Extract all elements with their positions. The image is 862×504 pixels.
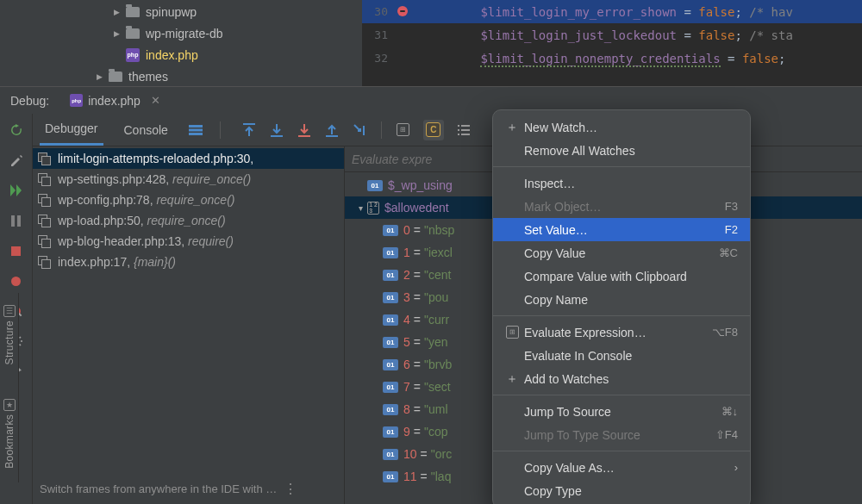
project-tree[interactable]: ▶ spinupwp ▶ wp-migrate-db php index.php…	[0, 0, 362, 86]
svg-rect-1	[17, 215, 21, 227]
type-chip-icon: 01	[383, 404, 398, 415]
variable-value: "orc	[431, 447, 452, 461]
variable-value: "curr	[424, 313, 449, 327]
rerun-button[interactable]	[5, 119, 28, 141]
variable-index: 2	[403, 268, 410, 282]
left-stripe-tabs: ☰ Structure ★ Bookmarks	[0, 293, 19, 482]
type-chip-icon: 01	[383, 314, 398, 326]
ctx-remove-all-watches[interactable]: Remove All Watches	[493, 139, 750, 162]
threads-icon[interactable]	[189, 125, 203, 135]
variable-index: 8	[403, 402, 410, 416]
show-execution-point-button[interactable]	[241, 122, 257, 138]
svg-rect-23	[461, 129, 470, 131]
code-editor[interactable]: 30 $limit_login_my_error_shown = false; …	[362, 0, 862, 86]
svg-rect-0	[11, 215, 15, 227]
svg-rect-20	[458, 129, 459, 131]
variable-index: 7	[403, 380, 410, 394]
ctx-new-watch[interactable]: ＋ New Watch…	[493, 115, 750, 139]
type-chip-icon: 01	[383, 426, 398, 438]
ctx-add-to-watches[interactable]: ＋ Add to Watches	[493, 367, 750, 390]
variable-value: "sect	[424, 380, 451, 394]
plus-icon: ＋	[503, 120, 521, 135]
frame-label: index.php:17, {main}()	[58, 255, 176, 269]
structure-toolwindow-tab[interactable]: ☰ Structure	[3, 305, 16, 364]
layout-settings-button[interactable]	[456, 122, 472, 138]
ctx-copy-name[interactable]: Copy Name	[493, 288, 750, 311]
type-chip-icon: 01	[367, 180, 383, 191]
ctx-compare-clipboard[interactable]: Compare Value with Clipboard	[493, 264, 750, 288]
frames-list[interactable]: limit-login-attempts-reloaded.php:30, wp…	[33, 146, 344, 504]
calculator-icon: ⊞	[397, 123, 409, 136]
chevron-right-icon[interactable]: ▶	[93, 71, 105, 83]
ctx-copy-value-as[interactable]: Copy Value As… ›	[493, 456, 750, 479]
close-icon[interactable]: ✕	[151, 94, 160, 107]
frame-row[interactable]: wp-blog-header.php:13, require()	[33, 231, 344, 252]
ctx-copy-value[interactable]: Copy Value ⌘C	[493, 241, 750, 264]
step-into-button[interactable]	[297, 122, 312, 138]
ctx-copy-type[interactable]: Copy Type	[493, 479, 750, 502]
stackframe-icon	[38, 173, 51, 186]
debug-title: Debug:	[10, 94, 49, 108]
tab-console[interactable]: Console	[119, 114, 173, 146]
stackframe-icon	[38, 256, 51, 269]
svg-rect-22	[461, 125, 470, 127]
debug-session-tab[interactable]: php index.php ✕	[70, 94, 160, 108]
tree-folder-spinupwp[interactable]: ▶ spinupwp	[0, 1, 362, 22]
tree-file-index-php[interactable]: php index.php	[0, 44, 362, 65]
step-over-button[interactable]	[269, 122, 284, 138]
tree-label: themes	[128, 70, 168, 84]
frame-row[interactable]: wp-load.php:50, require_once()	[33, 210, 344, 231]
frame-row[interactable]: wp-config.php:78, require_once()	[33, 190, 344, 210]
separator	[493, 451, 750, 451]
tab-debugger[interactable]: Debugger	[40, 114, 103, 146]
resume-button[interactable]	[5, 179, 28, 202]
php-file-icon: php	[126, 48, 140, 62]
chevron-down-icon[interactable]: ▾	[353, 203, 367, 213]
type-chip-icon: 01	[383, 471, 398, 482]
chevron-right-icon[interactable]: ▶	[110, 28, 122, 40]
frame-row[interactable]: wp-settings.php:428, require_once()	[33, 169, 344, 190]
editor-line[interactable]: 32 $limit_login_nonempty_credentials = f…	[362, 47, 862, 70]
frame-row[interactable]: limit-login-attempts-reloaded.php:30,	[33, 148, 344, 169]
variable-index: 5	[403, 335, 410, 349]
stop-button[interactable]	[5, 240, 28, 262]
type-chip-icon: 01	[383, 292, 398, 303]
ctx-evaluate-expression[interactable]: ⊞ Evaluate Expression… ⌥F8	[493, 320, 750, 344]
run-to-cursor-button[interactable]	[352, 122, 367, 138]
ctx-jump-to-source[interactable]: Jump To Source ⌘↓	[493, 400, 750, 423]
frames-hint: Switch frames from anywhere in the IDE w…	[40, 481, 337, 497]
evaluate-expression-button[interactable]: ⊞	[396, 122, 411, 138]
bookmarks-toolwindow-tab[interactable]: ★ Bookmarks	[3, 399, 16, 469]
bookmark-icon: ★	[3, 399, 16, 411]
type-chip-icon: 01	[383, 225, 398, 236]
frame-label: wp-load.php:50, require_once()	[58, 214, 226, 227]
svg-rect-14	[243, 123, 255, 125]
svg-rect-13	[189, 133, 203, 135]
svg-rect-12	[189, 128, 203, 131]
trace-button[interactable]: C	[423, 120, 444, 140]
tree-label: index.php	[146, 48, 198, 62]
ctx-evaluate-console[interactable]: Evaluate In Console	[493, 344, 750, 367]
variable-index: 11	[403, 470, 417, 483]
chevron-right-icon[interactable]: ▶	[110, 6, 122, 18]
pause-button[interactable]	[5, 209, 28, 232]
variable-value: "iexcl	[424, 246, 453, 259]
tree-folder-themes[interactable]: ▶ themes	[0, 65, 362, 87]
structure-icon: ☰	[3, 305, 16, 317]
tree-label: spinupwp	[146, 5, 197, 19]
ctx-inspect[interactable]: Inspect…	[493, 171, 750, 195]
tree-folder-wp-migrate-db[interactable]: ▶ wp-migrate-db	[0, 22, 362, 44]
more-icon[interactable]: ⋮	[284, 481, 297, 497]
stackframe-icon	[38, 235, 51, 248]
svg-rect-19	[458, 125, 459, 127]
step-out-button[interactable]	[324, 122, 340, 138]
ctx-set-value[interactable]: Set Value… F2	[493, 218, 750, 241]
frame-row[interactable]: index.php:17, {main}()	[33, 252, 344, 272]
variable-value: "pou	[424, 290, 448, 304]
frame-label: limit-login-attempts-reloaded.php:30,	[58, 152, 253, 165]
modify-run-config-button[interactable]	[5, 149, 28, 171]
svg-line-8	[19, 345, 20, 345]
svg-rect-18	[363, 126, 365, 135]
view-breakpoints-button[interactable]	[5, 270, 28, 292]
breakpoint-icon[interactable]	[397, 6, 408, 16]
